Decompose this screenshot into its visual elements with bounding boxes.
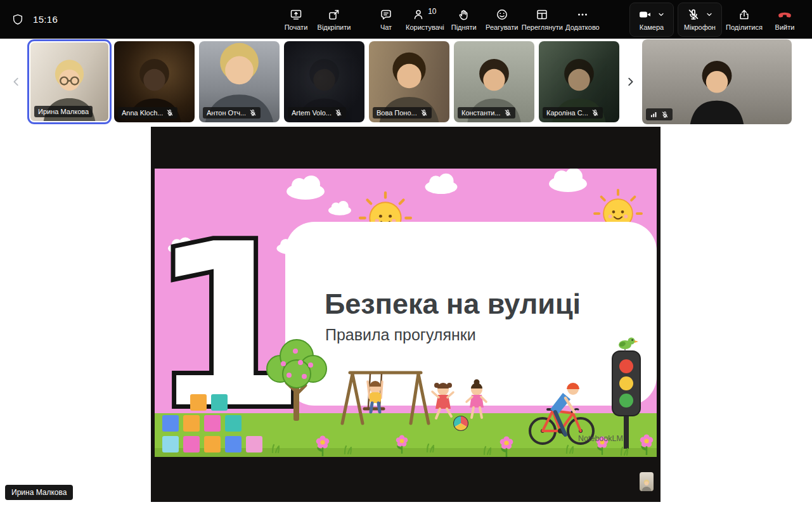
- participant-tile-anton[interactable]: Антон Отч...: [199, 41, 280, 122]
- participant-filmstrip: Ирина Малкова Anna Kloch... Антон Отч...: [0, 39, 812, 125]
- participant-tile-konstantin[interactable]: Константи...: [454, 41, 534, 122]
- chat-label: Чат: [380, 23, 392, 31]
- presenter-camera-thumbnail: [640, 472, 654, 491]
- unpin-icon: [328, 8, 340, 21]
- toolbar-center: Почати Відкріпити Чат 10: [278, 3, 601, 37]
- participants-button[interactable]: 10 Користувачі: [406, 3, 444, 37]
- scroll-right-button[interactable]: [619, 76, 641, 87]
- mic-off-icon: [420, 109, 428, 117]
- spotlight-status-badge: [646, 108, 673, 120]
- mic-chevron-icon[interactable]: [706, 11, 713, 18]
- start-label: Почати: [285, 23, 308, 31]
- raise-hand-label: Підняти: [451, 23, 477, 31]
- participant-name-badge: Константи...: [458, 107, 515, 119]
- slide-title: Безпека на вулиці: [325, 288, 581, 320]
- toolbar-left: 15:16: [0, 13, 278, 26]
- react-label: Реагувати: [486, 23, 518, 31]
- participant-name-badge: Ирина Малкова: [34, 106, 93, 117]
- meeting-toolbar: 15:16 Почати Відкріпити Чат: [0, 0, 812, 39]
- participant-tile-artem[interactable]: Artem Volo...: [284, 41, 364, 122]
- more-button[interactable]: Додатково: [564, 3, 601, 37]
- leave-button[interactable]: Вийти: [766, 3, 803, 37]
- signal-bars-icon: [650, 110, 658, 119]
- mic-off-icon: [249, 109, 257, 117]
- chat-button[interactable]: Чат: [368, 3, 404, 37]
- participants-label: Користувачі: [406, 23, 444, 31]
- unpin-button[interactable]: Відкріпити: [316, 3, 352, 37]
- camera-label: Камера: [640, 23, 664, 31]
- mic-off-icon: [166, 109, 174, 117]
- scroll-left-button[interactable]: [4, 76, 29, 87]
- participant-name-badge: Антон Отч...: [203, 107, 261, 119]
- start-icon: [290, 8, 302, 21]
- shared-slide: 1 Безпека на вулиці Правила прогулянки: [155, 169, 657, 457]
- unpin-label: Відкріпити: [318, 23, 351, 31]
- chat-icon: [380, 8, 392, 21]
- microphone-button[interactable]: Мікрофон: [678, 3, 722, 37]
- start-button[interactable]: Почати: [278, 3, 314, 37]
- grid-view-icon: [536, 8, 548, 21]
- presenter-video: [640, 472, 654, 491]
- spotlight-participant-tile[interactable]: [642, 39, 792, 124]
- camera-chevron-icon[interactable]: [657, 11, 665, 18]
- slide-watermark: NotebookLM: [578, 434, 623, 443]
- raise-hand-button[interactable]: Підняти: [446, 3, 482, 37]
- view-label: Переглянути: [522, 23, 563, 31]
- participant-tile-irina[interactable]: Ирина Малкова: [29, 41, 110, 122]
- microphone-label: Мікрофон: [684, 23, 716, 31]
- mic-off-icon: [661, 111, 669, 119]
- active-speaker-badge: Ирина Малкова: [5, 485, 73, 500]
- meeting-window: 15:16 Почати Відкріпити Чат: [0, 0, 812, 507]
- react-icon: [496, 8, 508, 21]
- participant-name-badge: Anna Kloch...: [118, 107, 177, 119]
- shared-screen-frame: 1 Безпека на вулиці Правила прогулянки: [151, 127, 661, 502]
- leave-call-icon: [777, 8, 792, 21]
- share-button[interactable]: Поділитися: [726, 3, 763, 37]
- mic-off-icon: [335, 109, 342, 117]
- participant-tile-anna[interactable]: Anna Kloch...: [114, 41, 195, 122]
- share-label: Поділитися: [726, 23, 763, 31]
- toolbar-right: Камера Мікрофон Поділитися: [629, 3, 812, 37]
- tile-list: Ирина Малкова Anna Kloch... Антон Отч...: [29, 41, 619, 122]
- meeting-stage: 1 Безпека на вулиці Правила прогулянки: [0, 125, 812, 507]
- ball-illustration: [454, 416, 468, 430]
- participant-tile-vova[interactable]: Вова Поно...: [369, 41, 449, 122]
- participant-tile-karolina[interactable]: Кароліна С...: [539, 41, 619, 122]
- mic-off-icon: [591, 109, 599, 117]
- share-icon: [738, 8, 751, 21]
- slide-subtitle: Правила прогулянки: [325, 326, 476, 343]
- people-icon: [413, 8, 426, 21]
- mic-off-icon: [504, 109, 512, 117]
- view-button[interactable]: Переглянути: [522, 3, 563, 37]
- participant-name-badge: Вова Поно...: [373, 107, 432, 119]
- camera-button[interactable]: Камера: [629, 3, 674, 37]
- participant-name-badge: Artem Volo...: [288, 107, 346, 119]
- react-button[interactable]: Реагувати: [484, 3, 520, 37]
- more-label: Додатково: [565, 23, 600, 31]
- raise-hand-icon: [458, 8, 470, 21]
- participant-name-badge: Кароліна С...: [543, 107, 603, 119]
- shared-slide-area: 1 Безпека на вулиці Правила прогулянки: [155, 169, 657, 457]
- mic-off-icon: [687, 8, 700, 21]
- clock: 15:16: [33, 14, 58, 25]
- participant-count: 10: [428, 7, 436, 16]
- camera-icon: [638, 8, 652, 21]
- shield-icon: [11, 13, 24, 26]
- leave-label: Вийти: [775, 23, 795, 31]
- more-icon: [576, 8, 589, 21]
